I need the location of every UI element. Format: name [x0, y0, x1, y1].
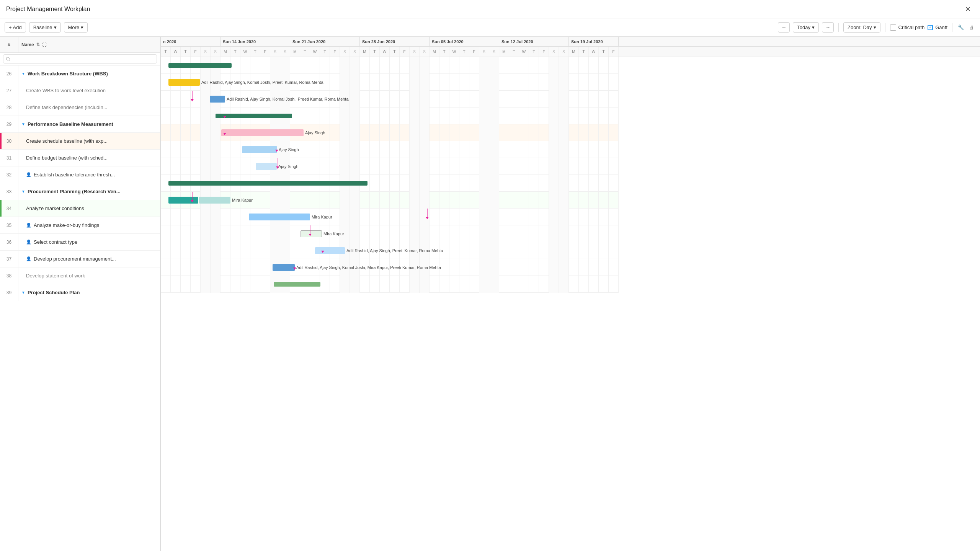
gantt-cell — [360, 141, 370, 158]
gantt-cell — [230, 91, 240, 108]
wrench-icon[interactable]: 🔧 — [957, 24, 965, 31]
gantt-cell — [370, 141, 380, 158]
gantt-cell — [589, 242, 599, 259]
gantt-cell — [479, 108, 489, 124]
gantt-cell — [509, 108, 519, 124]
day-cell: S — [549, 47, 559, 57]
gantt-cell — [330, 158, 340, 175]
gantt-cell — [250, 124, 260, 141]
gantt-cell — [579, 74, 589, 91]
gantt-cell — [300, 242, 310, 259]
gantt-cell — [469, 192, 479, 209]
close-button[interactable]: ✕ — [962, 3, 974, 15]
gantt-cell — [539, 158, 549, 175]
expand-icon[interactable]: ⛶ — [42, 42, 46, 47]
next-button[interactable]: → — [822, 22, 834, 33]
gantt-cell — [489, 259, 499, 276]
gantt-cell — [410, 225, 420, 242]
gantt-cell — [529, 74, 539, 91]
gantt-cell — [549, 175, 559, 192]
baseline-button[interactable]: Baseline ▾ — [29, 22, 61, 33]
gantt-cell — [370, 158, 380, 175]
gantt-cell — [539, 74, 549, 91]
gantt-row — [161, 242, 619, 259]
gantt-cell — [350, 225, 360, 242]
gantt-cell — [539, 209, 549, 225]
gantt-cell — [260, 242, 270, 259]
gantt-cell — [260, 108, 270, 124]
gantt-cell — [569, 158, 579, 175]
gantt-cell — [270, 124, 280, 141]
expand-icon[interactable]: ▼ — [21, 290, 25, 295]
gantt-cell — [250, 225, 260, 242]
day-cell: T — [439, 47, 449, 57]
expand-icon[interactable]: ▼ — [21, 122, 25, 126]
gantt-cell — [599, 276, 609, 293]
gantt-cell — [181, 124, 191, 141]
zoom-control[interactable]: Zoom: Day ▾ — [843, 22, 880, 33]
gantt-cell — [220, 276, 230, 293]
gantt-cell — [250, 91, 260, 108]
critical-path-toggle[interactable]: Critical path — [890, 24, 925, 31]
gantt-cell — [599, 209, 609, 225]
more-button[interactable]: More ▾ — [64, 22, 88, 33]
gantt-cell — [589, 91, 599, 108]
gantt-cell — [579, 57, 589, 74]
gantt-cell — [390, 108, 400, 124]
gantt-cell — [489, 74, 499, 91]
gantt-cell — [559, 108, 569, 124]
sort-icon[interactable]: ⇅ — [36, 42, 40, 47]
gantt-cell — [161, 74, 171, 91]
add-button[interactable]: + Add — [5, 22, 26, 33]
gantt-cell — [579, 259, 589, 276]
checkbox-checked-icon — [928, 25, 933, 30]
gantt-cell — [370, 57, 380, 74]
gantt-cell — [509, 259, 519, 276]
gantt-cell — [230, 242, 240, 259]
gantt-toggle[interactable]: Gantt — [928, 24, 947, 30]
gantt-cell — [459, 108, 469, 124]
gantt-cell — [201, 158, 211, 175]
gantt-cell — [589, 124, 599, 141]
gantt-cell — [459, 276, 469, 293]
gantt-cell — [459, 158, 469, 175]
gantt-cell — [609, 74, 619, 91]
gantt-cell — [350, 209, 360, 225]
gantt-cell — [330, 276, 340, 293]
today-label: Today — [797, 24, 810, 30]
gantt-cell — [280, 141, 290, 158]
gantt-cell — [161, 175, 171, 192]
search-input[interactable] — [3, 54, 157, 64]
chevron-down-icon: ▾ — [874, 24, 876, 30]
gantt-cell — [191, 91, 201, 108]
gantt-cell — [479, 158, 489, 175]
gantt-cell — [559, 242, 569, 259]
gantt-cell — [320, 259, 330, 276]
gantt-cell — [569, 209, 579, 225]
gantt-cell — [439, 225, 449, 242]
day-cell: T — [320, 47, 330, 57]
gantt-cell — [320, 242, 330, 259]
expand-icon[interactable]: ▼ — [21, 189, 25, 194]
chevron-down-icon: ▾ — [81, 24, 83, 30]
gantt-cell — [260, 276, 270, 293]
gantt-cell — [509, 141, 519, 158]
gantt-cell — [499, 242, 509, 259]
gantt-cell — [171, 141, 181, 158]
gantt-cell — [250, 276, 260, 293]
gantt-cell — [290, 91, 300, 108]
date-group-header: Sun 28 Jun 2020 — [360, 37, 430, 46]
expand-icon[interactable]: ▼ — [21, 72, 25, 76]
gantt-cell — [320, 124, 330, 141]
gantt-cell — [240, 141, 250, 158]
gantt-cell — [161, 91, 171, 108]
gantt-cell — [370, 225, 380, 242]
prev-button[interactable]: ← — [778, 22, 790, 33]
gantt-cell — [430, 57, 439, 74]
gantt-cell — [410, 276, 420, 293]
today-button[interactable]: Today ▾ — [793, 22, 819, 33]
gantt-cell — [559, 74, 569, 91]
print-icon[interactable]: 🖨 — [968, 24, 975, 31]
day-cell: T — [529, 47, 539, 57]
gantt-cell — [240, 276, 250, 293]
